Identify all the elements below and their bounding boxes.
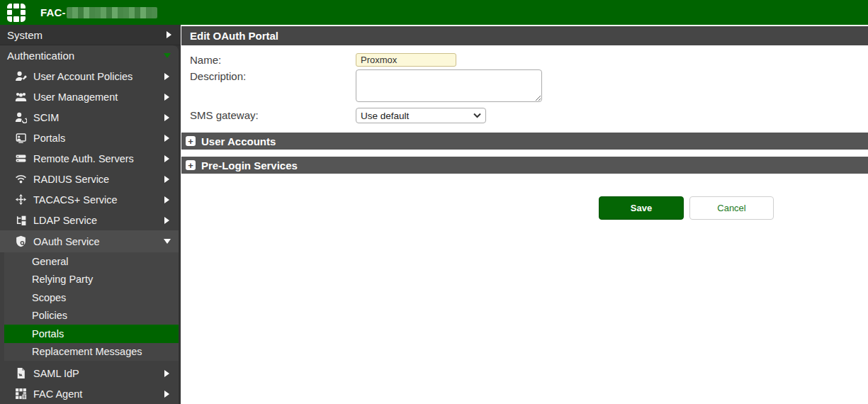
sidebar-subitem-replacement-messages[interactable]: Replacement Messages <box>4 343 179 361</box>
section-pre-login-services[interactable]: + Pre-Login Services <box>181 157 868 174</box>
sidebar-item-ldap-service[interactable]: LDAP Service <box>0 210 179 230</box>
page-title-bar: Edit OAuth Portal <box>181 26 868 45</box>
chevron-right-icon <box>164 176 169 183</box>
sidebar-item-label: TACACS+ Service <box>33 194 118 206</box>
sidebar-subitem-portals[interactable]: Portals <box>4 325 179 343</box>
wifi-icon <box>15 173 27 185</box>
shield-key-icon <box>15 235 27 247</box>
sidebar-subitem-scopes[interactable]: Scopes <box>4 288 179 307</box>
expand-plus-icon[interactable]: + <box>186 136 196 146</box>
name-input[interactable] <box>356 53 456 67</box>
top-bar: FAC- <box>0 0 868 25</box>
chevron-right-icon <box>164 114 169 121</box>
sidebar-subitem-relying-party[interactable]: Relying Party <box>4 271 179 289</box>
chevron-right-icon <box>164 94 169 101</box>
sidebar-item-oauth-service[interactable]: OAuth Service <box>0 230 179 252</box>
chevron-down-icon <box>164 239 171 244</box>
chevron-right-icon <box>164 217 169 224</box>
fortiauthenticator-app: FAC- System Authentication User Account … <box>0 0 868 404</box>
sidebar-item-authentication[interactable]: Authentication <box>0 45 179 66</box>
fortinet-grid-logo-icon <box>7 4 26 22</box>
cancel-button[interactable]: Cancel <box>689 196 774 220</box>
hierarchy-icon <box>15 214 27 226</box>
brand-label: FAC- <box>40 6 66 18</box>
saml-document-icon <box>15 367 27 379</box>
redacted-hostname <box>67 7 157 18</box>
chevron-right-icon <box>164 155 169 162</box>
chevron-right-icon <box>164 391 169 398</box>
sidebar-subitem-label: Portals <box>32 328 64 340</box>
description-label: Description: <box>190 70 246 82</box>
sidebar-subitem-label: Replacement Messages <box>32 346 142 357</box>
sidebar: System Authentication User Account Polic… <box>0 25 181 404</box>
sidebar-subitem-label: Scopes <box>32 292 66 303</box>
sidebar-item-label: User Management <box>33 91 118 103</box>
chevron-right-icon <box>164 135 169 142</box>
user-group-icon <box>15 91 27 103</box>
sidebar-item-label: SCIM <box>33 112 59 123</box>
sidebar-item-radius-service[interactable]: RADIUS Service <box>0 169 179 189</box>
sidebar-item-remote-auth-servers[interactable]: Remote Auth. Servers <box>0 148 179 169</box>
sidebar-item-label: System <box>7 29 43 41</box>
page-title: Edit OAuth Portal <box>190 30 278 42</box>
sidebar-item-label: RADIUS Service <box>33 174 109 185</box>
main-content: Edit OAuth Portal Name: Description: SMS… <box>181 25 868 404</box>
authentication-group: Authentication User Account Policies Use… <box>0 45 179 404</box>
user-policies-icon <box>15 70 27 82</box>
sidebar-subitem-general[interactable]: General <box>4 252 179 271</box>
server-stack-icon <box>15 152 27 164</box>
chevron-right-icon <box>164 73 169 80</box>
sidebar-item-label: Portals <box>33 133 65 144</box>
section-label: Pre-Login Services <box>201 159 298 172</box>
section-user-accounts[interactable]: + User Accounts <box>181 133 868 150</box>
sidebar-item-scim[interactable]: SCIM <box>0 107 179 128</box>
sidebar-item-label: OAuth Service <box>33 236 100 247</box>
sidebar-item-label: User Account Policies <box>33 71 133 82</box>
oauth-service-submenu: General Relying Party Scopes Policies Po… <box>4 252 179 361</box>
sidebar-item-user-account-policies[interactable]: User Account Policies <box>0 66 179 86</box>
sidebar-item-fac-agent[interactable]: FAC Agent <box>0 383 179 404</box>
user-sync-icon <box>15 111 27 123</box>
save-button[interactable]: Save <box>599 196 684 220</box>
portal-monitor-icon <box>15 132 27 144</box>
sidebar-item-system[interactable]: System <box>0 25 181 45</box>
sidebar-item-portals[interactable]: Portals <box>0 128 179 148</box>
section-label: User Accounts <box>201 135 276 147</box>
sidebar-subitem-label: General <box>32 256 69 267</box>
chevron-right-icon <box>164 370 169 377</box>
sidebar-item-user-management[interactable]: User Management <box>0 86 179 107</box>
sidebar-item-label: LDAP Service <box>33 215 97 226</box>
sidebar-item-saml-idp[interactable]: SAML IdP <box>0 363 179 383</box>
expand-plus-icon[interactable]: + <box>186 160 196 170</box>
sidebar-item-label: SAML IdP <box>33 368 79 379</box>
sms-gateway-select[interactable]: Use default <box>356 108 486 123</box>
agent-grid-icon <box>15 388 27 400</box>
branch-arrows-icon <box>15 193 27 206</box>
sidebar-item-tacacs-service[interactable]: TACACS+ Service <box>0 189 179 210</box>
sidebar-subitem-label: Policies <box>32 310 67 321</box>
chevron-down-icon <box>164 53 171 58</box>
sidebar-item-label: FAC Agent <box>33 388 82 400</box>
sidebar-subitem-policies[interactable]: Policies <box>4 307 179 325</box>
chevron-right-icon <box>167 31 171 38</box>
sidebar-subitem-label: Relying Party <box>32 274 93 285</box>
chevron-right-icon <box>164 196 169 203</box>
sidebar-item-label: Authentication <box>7 50 74 62</box>
name-label: Name: <box>190 54 221 66</box>
sidebar-item-label: Remote Auth. Servers <box>33 153 134 164</box>
sms-gateway-label: SMS gateway: <box>190 109 259 121</box>
description-textarea[interactable] <box>356 69 542 102</box>
